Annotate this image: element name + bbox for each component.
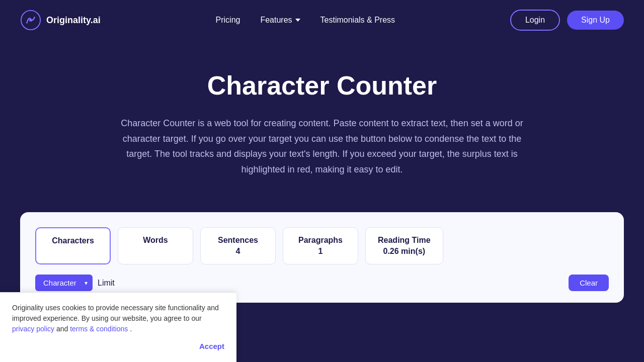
limit-label: Limit xyxy=(98,279,115,288)
hero-section: Character Counter Character Counter is a… xyxy=(0,40,644,197)
stat-paragraphs: Paragraphs 1 xyxy=(283,227,358,264)
signup-button[interactable]: Sign Up xyxy=(567,11,624,30)
stat-sentences: Sentences 4 xyxy=(200,227,276,264)
accept-button-wrapper: Accept xyxy=(12,341,224,352)
nav-actions: Login Sign Up xyxy=(510,10,624,31)
character-select[interactable]: Character Word xyxy=(35,275,93,291)
stat-words: Words xyxy=(118,227,193,264)
cookie-banner: Originality uses cookies to provide nece… xyxy=(0,292,236,362)
tool-section: Characters Words Sentences 4 Paragraphs … xyxy=(20,212,624,303)
clear-button[interactable]: Clear xyxy=(569,275,609,291)
cookie-period: . xyxy=(130,325,132,333)
logo-text: Originality.ai xyxy=(46,15,101,26)
stat-words-label: Words xyxy=(130,236,181,245)
svg-point-1 xyxy=(29,19,32,22)
chevron-down-icon xyxy=(295,19,300,22)
logo[interactable]: Originality.ai xyxy=(20,10,101,31)
hero-description: Character Counter is a web tool for crea… xyxy=(111,116,533,177)
stat-sentences-label: Sentences xyxy=(213,236,263,245)
stat-reading-time-value: 0.26 min(s) xyxy=(378,247,431,256)
page-title: Character Counter xyxy=(10,70,634,101)
stat-characters-label: Characters xyxy=(48,236,98,245)
navbar: Originality.ai Pricing Features Testimon… xyxy=(0,0,644,40)
stat-reading-time-label: Reading Time xyxy=(378,236,431,245)
stat-paragraphs-label: Paragraphs xyxy=(295,236,346,245)
terms-link[interactable]: terms & conditions xyxy=(70,325,128,333)
testimonials-link[interactable]: Testimonials & Press xyxy=(320,16,395,25)
stats-row: Characters Words Sentences 4 Paragraphs … xyxy=(35,227,609,264)
stat-paragraphs-value: 1 xyxy=(295,247,346,256)
cookie-and-text: and xyxy=(56,325,70,333)
features-link[interactable]: Features xyxy=(260,16,300,25)
character-select-wrapper[interactable]: Character Word ▾ xyxy=(35,275,93,291)
stat-characters: Characters xyxy=(35,227,111,264)
nav-links: Pricing Features Testimonials & Press xyxy=(216,16,395,25)
privacy-policy-link[interactable]: privacy policy xyxy=(12,325,54,333)
stat-reading-time: Reading Time 0.26 min(s) xyxy=(365,227,443,264)
accept-button[interactable]: Accept xyxy=(199,342,224,350)
stat-sentences-value: 4 xyxy=(213,247,263,256)
pricing-link[interactable]: Pricing xyxy=(216,16,240,25)
cookie-text: Originality uses cookies to provide nece… xyxy=(12,304,219,322)
login-button[interactable]: Login xyxy=(510,10,560,31)
